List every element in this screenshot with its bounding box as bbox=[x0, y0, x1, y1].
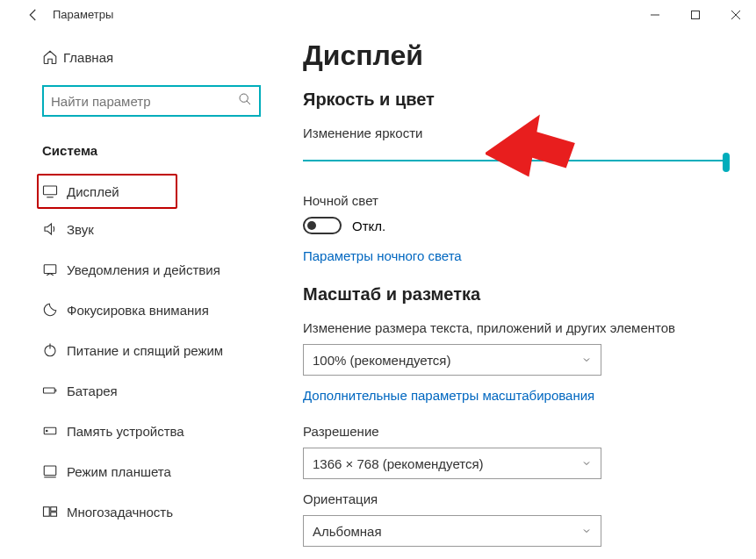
power-icon bbox=[42, 342, 67, 358]
svg-rect-15 bbox=[44, 466, 56, 476]
nightlight-label: Ночной свет bbox=[303, 193, 730, 208]
nightlight-toggle[interactable] bbox=[303, 217, 342, 234]
sidebar-item-label: Фокусировка внимания bbox=[67, 303, 209, 318]
sidebar-home-label: Главная bbox=[63, 50, 113, 65]
sidebar-item-label: Режим планшета bbox=[67, 464, 171, 479]
sidebar-item-label: Память устройства bbox=[67, 424, 184, 439]
chevron-down-icon bbox=[581, 524, 592, 539]
resolution-value: 1366 × 768 (рекомендуется) bbox=[313, 456, 484, 471]
focus-icon bbox=[42, 302, 67, 318]
sidebar-item-tablet[interactable]: Режим планшета bbox=[42, 451, 303, 491]
chevron-down-icon bbox=[581, 353, 592, 368]
resolution-label: Разрешение bbox=[303, 424, 730, 439]
sidebar-item-label: Звук bbox=[67, 222, 94, 237]
sidebar-item-label: Дисплей bbox=[67, 184, 119, 199]
svg-rect-6 bbox=[44, 186, 57, 195]
svg-rect-19 bbox=[51, 512, 57, 517]
scale-label: Изменение размера текста, приложений и д… bbox=[303, 320, 730, 335]
slider-thumb[interactable] bbox=[723, 153, 730, 172]
sidebar-item-storage[interactable]: Память устройства bbox=[42, 411, 303, 451]
orientation-value: Альбомная bbox=[313, 524, 382, 539]
scale-select[interactable]: 100% (рекомендуется) bbox=[303, 344, 601, 376]
sidebar-item-battery[interactable]: Батарея bbox=[42, 370, 303, 411]
sidebar-menu: Дисплей Звук Уведомления и действия Фоку… bbox=[42, 174, 303, 532]
maximize-button[interactable] bbox=[675, 1, 716, 29]
brightness-label: Изменение яркости bbox=[303, 125, 730, 140]
home-icon bbox=[42, 49, 63, 65]
tablet-icon bbox=[42, 463, 67, 479]
maximize-icon bbox=[690, 10, 701, 20]
back-button[interactable] bbox=[18, 7, 49, 23]
svg-rect-11 bbox=[44, 388, 55, 393]
nightlight-toggle-row: Откл. bbox=[303, 217, 730, 234]
sidebar-item-power[interactable]: Питание и спящий режим bbox=[42, 330, 303, 370]
scale-value: 100% (рекомендуется) bbox=[313, 353, 450, 368]
sidebar-item-label: Батарея bbox=[67, 383, 118, 398]
notifications-icon bbox=[42, 262, 67, 277]
svg-rect-8 bbox=[44, 265, 56, 274]
minimize-button[interactable] bbox=[635, 1, 675, 29]
sidebar-item-label: Уведомления и действия bbox=[67, 262, 220, 277]
sidebar-item-display[interactable]: Дисплей bbox=[37, 174, 177, 209]
search-box[interactable] bbox=[42, 85, 261, 117]
svg-point-14 bbox=[47, 430, 48, 432]
svg-rect-1 bbox=[692, 11, 700, 18]
sidebar-item-sound[interactable]: Звук bbox=[42, 209, 303, 249]
toggle-knob bbox=[307, 221, 316, 230]
svg-line-5 bbox=[247, 101, 250, 104]
titlebar: Параметры bbox=[0, 0, 756, 29]
slider-track bbox=[303, 160, 730, 161]
brightness-section-title: Яркость и цвет bbox=[303, 90, 730, 110]
page-title: Дисплей bbox=[303, 39, 730, 72]
svg-rect-17 bbox=[44, 507, 50, 517]
search-icon bbox=[238, 92, 252, 110]
close-button[interactable] bbox=[716, 1, 756, 29]
sound-icon bbox=[42, 221, 67, 237]
svg-rect-18 bbox=[51, 507, 57, 512]
display-icon bbox=[42, 183, 67, 199]
window-body: Главная Система Дисплей Звук bbox=[0, 29, 756, 559]
sidebar-item-label: Питание и спящий режим bbox=[67, 343, 223, 358]
brightness-slider[interactable] bbox=[303, 149, 730, 176]
settings-window: Параметры Главная Си bbox=[0, 0, 756, 559]
search-input[interactable] bbox=[51, 94, 238, 109]
sidebar: Главная Система Дисплей Звук bbox=[0, 29, 303, 559]
resolution-select[interactable]: 1366 × 768 (рекомендуется) bbox=[303, 448, 601, 479]
storage-icon bbox=[42, 423, 67, 439]
sidebar-item-notifications[interactable]: Уведомления и действия bbox=[42, 249, 303, 290]
toggle-state-label: Откл. bbox=[352, 219, 385, 233]
scale-section-title: Масштаб и разметка bbox=[303, 284, 730, 305]
sidebar-item-focus[interactable]: Фокусировка внимания bbox=[42, 290, 303, 330]
window-controls bbox=[635, 1, 756, 29]
sidebar-item-label: Многозадачность bbox=[67, 505, 173, 520]
content-area: Дисплей Яркость и цвет Изменение яркости… bbox=[303, 29, 756, 559]
window-title: Параметры bbox=[53, 8, 113, 21]
minimize-icon bbox=[650, 10, 660, 20]
advanced-scaling-link[interactable]: Дополнительные параметры масштабирования bbox=[303, 388, 730, 403]
search-wrap bbox=[42, 85, 261, 117]
sidebar-item-multitask[interactable]: Многозадачность bbox=[42, 491, 303, 532]
multitask-icon bbox=[42, 504, 67, 520]
orientation-select[interactable]: Альбомная bbox=[303, 515, 601, 547]
nightlight-settings-link[interactable]: Параметры ночного света bbox=[303, 248, 730, 263]
svg-point-4 bbox=[240, 94, 248, 102]
sidebar-section-title: Система bbox=[42, 143, 303, 158]
close-icon bbox=[731, 10, 741, 20]
battery-icon bbox=[42, 383, 67, 398]
chevron-down-icon bbox=[581, 456, 592, 471]
arrow-left-icon bbox=[25, 7, 41, 23]
orientation-label: Ориентация bbox=[303, 491, 730, 506]
sidebar-home[interactable]: Главная bbox=[42, 39, 303, 75]
